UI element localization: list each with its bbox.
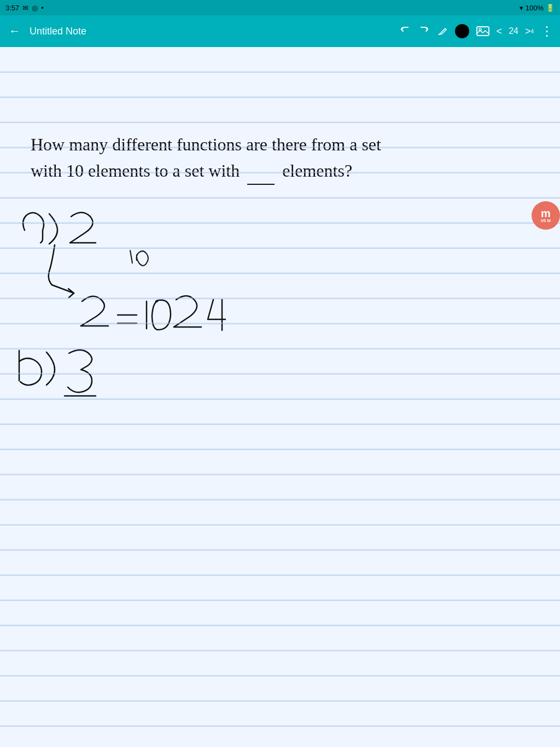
avatar-bubble[interactable]: m 05 III xyxy=(532,201,560,230)
notebook-area: How many different functions are there f… xyxy=(0,47,560,747)
undo-button[interactable] xyxy=(399,25,411,37)
back-button[interactable]: ← xyxy=(4,21,25,42)
mail-icon: ✉ xyxy=(22,4,28,12)
svg-rect-0 xyxy=(477,27,489,36)
dot-icon: • xyxy=(41,4,44,12)
avatar-letter: m xyxy=(541,208,551,219)
image-button[interactable] xyxy=(476,25,490,37)
color-picker-button[interactable] xyxy=(455,24,469,38)
more-menu-button[interactable]: ⋮ xyxy=(540,24,553,39)
status-time: 3:57 xyxy=(5,4,19,12)
avatar-content: m 05 III xyxy=(541,208,551,223)
status-left: 3:57 ✉ ◎ • xyxy=(5,4,44,12)
prev-page-button[interactable]: < xyxy=(497,26,503,37)
handwriting-svg xyxy=(0,47,560,747)
pen-button[interactable] xyxy=(436,25,448,37)
wifi-icon: ▾ 100% xyxy=(520,4,544,12)
status-bar: 3:57 ✉ ◎ • ▾ 100% 🔋 xyxy=(0,0,560,15)
next-page-button[interactable]: >4 xyxy=(525,26,534,37)
toolbar: ← Untitled Note xyxy=(0,15,560,47)
alarm-icon: ◎ xyxy=(32,4,38,12)
battery-icon: 🔋 xyxy=(546,4,555,12)
note-title: Untitled Note xyxy=(27,26,397,37)
toolbar-icons: < 24 >4 ⋮ xyxy=(399,24,553,39)
avatar-subtext: 05 III xyxy=(541,219,551,223)
page-number: 24 xyxy=(509,26,518,36)
status-right: ▾ 100% 🔋 xyxy=(520,4,555,12)
redo-button[interactable] xyxy=(418,25,430,37)
